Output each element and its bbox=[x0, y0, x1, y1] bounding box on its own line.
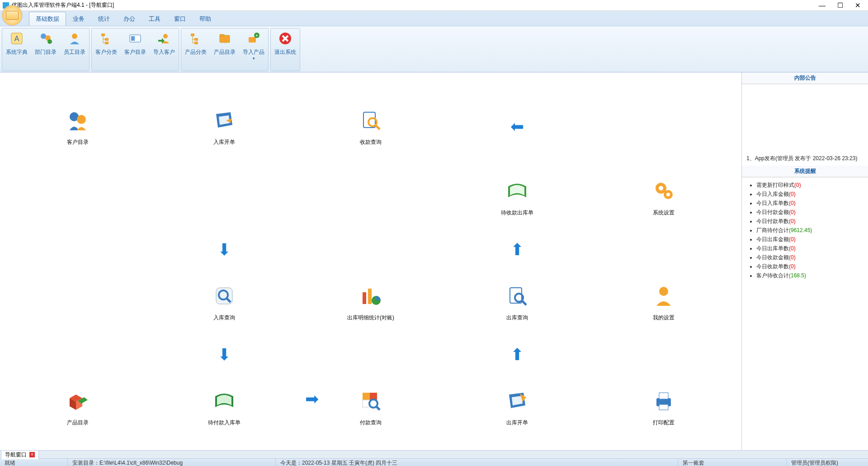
app-menu-button[interactable] bbox=[2, 5, 23, 26]
nav-label: 出库明细统计(对账) bbox=[347, 314, 394, 322]
import-icon: + bbox=[246, 31, 261, 46]
announce-item: 1、App发布(管理员 发布于 2022-03-26 23:23) bbox=[746, 155, 863, 162]
ribbon-group-product: 产品分类 产品目录 +导入产品▾ bbox=[181, 28, 269, 71]
btn-staff-dir[interactable]: 员工目录 bbox=[60, 29, 89, 71]
minimize-button[interactable]: — bbox=[819, 1, 826, 10]
ribbon-group-exit: 退出系统 bbox=[270, 28, 300, 71]
svg-rect-42 bbox=[368, 289, 372, 304]
arrow-down-icon: ⬇ bbox=[217, 345, 231, 364]
arrow-down: ⬇ bbox=[151, 241, 297, 259]
open-book-green-icon bbox=[212, 388, 237, 414]
nav-grid: 客户目录 入库开单 收款查询 ⬅ 待收款出库单 系统设置 ⬇ ⬆ 入库查询 出库… bbox=[0, 81, 741, 452]
import-person-icon bbox=[157, 31, 171, 46]
svg-line-33 bbox=[375, 125, 380, 129]
reminder-item[interactable]: 今日入库金额(0) bbox=[756, 190, 863, 198]
window-title: 优图出入库管理软件客户端4.1 - [导航窗口] bbox=[12, 1, 819, 9]
outbound-icon bbox=[505, 388, 530, 414]
btn-prod-dir[interactable]: 产品目录 bbox=[210, 29, 239, 71]
reminder-header: 系统提醒 bbox=[742, 166, 868, 177]
nav-label: 出库开单 bbox=[506, 419, 528, 427]
tab-office[interactable]: 办公 bbox=[117, 12, 142, 26]
svg-point-4 bbox=[47, 39, 52, 44]
ribbon-body: A系统字典 部门目录 员工目录 客户分类 客户目录 导入客户 产品分类 产品目录… bbox=[0, 26, 868, 72]
reminder-item[interactable]: 需更新打印样式(0) bbox=[756, 181, 863, 189]
reminder-item[interactable]: 客户待收合计(168.5) bbox=[756, 272, 863, 280]
nav-pending-payment[interactable]: 待付款入库单 bbox=[151, 380, 297, 434]
spacer bbox=[5, 275, 151, 329]
reminder-item[interactable]: 今日出库金额(0) bbox=[756, 236, 863, 243]
reminder-item[interactable]: 今日收款单数(0) bbox=[756, 263, 863, 271]
nav-outbound-detail[interactable]: 出库明细统计(对账) bbox=[297, 275, 444, 329]
reminder-item[interactable]: 今日收款金额(0) bbox=[756, 254, 863, 262]
folder-icon bbox=[217, 31, 232, 46]
btn-cust-category[interactable]: 客户分类 bbox=[92, 29, 121, 71]
folder-icon bbox=[6, 11, 19, 20]
tab-tools[interactable]: 工具 bbox=[142, 12, 167, 26]
reminder-item[interactable]: 今日付款金额(0) bbox=[756, 209, 863, 216]
btn-system-dict[interactable]: A系统字典 bbox=[2, 29, 31, 71]
nav-customer-dir[interactable]: 客户目录 bbox=[5, 100, 151, 154]
reminder-item[interactable]: 厂商待付合计(9612.45) bbox=[756, 227, 863, 234]
svg-text:+: + bbox=[255, 33, 258, 38]
ribbon-group-customer: 客户分类 客户目录 导入客户 bbox=[91, 28, 179, 71]
btn-label: 退出系统 bbox=[274, 48, 296, 56]
chart-icon bbox=[358, 283, 383, 309]
status-date: 今天是：2022-05-13 星期五 壬寅年(虎) 四月十三 bbox=[276, 459, 678, 466]
status-user: 管理员(管理员权限) bbox=[787, 459, 868, 466]
search-blocks-icon bbox=[358, 388, 383, 414]
nav-pending-receipt[interactable]: 待收款出库单 bbox=[444, 170, 590, 224]
btn-cust-dir[interactable]: 客户目录 bbox=[121, 29, 150, 71]
svg-rect-48 bbox=[363, 393, 370, 400]
svg-rect-54 bbox=[659, 393, 668, 399]
search-doc-icon bbox=[358, 108, 383, 133]
exit-icon bbox=[278, 31, 292, 46]
spacer bbox=[590, 346, 737, 364]
svg-rect-23 bbox=[249, 37, 256, 43]
svg-rect-7 bbox=[105, 38, 108, 41]
tab-help[interactable]: 帮助 bbox=[193, 12, 218, 26]
nav-system-settings[interactable]: 系统设置 bbox=[590, 170, 737, 224]
reminder-item[interactable]: 今日出库单数(0) bbox=[756, 245, 863, 252]
btn-dept-dir[interactable]: 部门目录 bbox=[31, 29, 60, 71]
reminder-item[interactable]: 今日付款单数(0) bbox=[756, 218, 863, 225]
reminder-item[interactable]: 今日入库单数(0) bbox=[756, 200, 863, 207]
spacer bbox=[297, 346, 444, 364]
magnify-icon bbox=[212, 283, 237, 309]
nav-label: 打印配置 bbox=[653, 419, 675, 427]
btn-import-cust[interactable]: 导入客户 bbox=[150, 29, 179, 71]
svg-rect-15 bbox=[191, 33, 194, 36]
close-button[interactable]: ✕ bbox=[855, 1, 861, 10]
status-account: 第一账套 bbox=[678, 459, 787, 466]
nav-receipt-query[interactable]: 收款查询 bbox=[297, 100, 444, 154]
nav-inbound-query[interactable]: 入库查询 bbox=[151, 275, 297, 329]
announce-header: 内部公告 bbox=[742, 72, 868, 84]
maximize-button[interactable]: ☐ bbox=[837, 1, 843, 10]
right-panel: 内部公告 1、App发布(管理员 发布于 2022-03-26 23:23) 系… bbox=[741, 72, 868, 450]
btn-label: 产品分类 bbox=[185, 48, 207, 56]
tab-basic-data[interactable]: 基础数据 bbox=[29, 12, 66, 26]
svg-rect-8 bbox=[105, 42, 108, 44]
nav-print-config[interactable]: 打印配置 bbox=[590, 380, 737, 434]
nav-inbound-order[interactable]: 入库开单 bbox=[151, 100, 297, 154]
nav-label: 付款查询 bbox=[360, 419, 382, 427]
arrow-up: ⬆ bbox=[444, 241, 590, 259]
btn-exit[interactable]: 退出系统 bbox=[271, 29, 300, 71]
people-icon bbox=[65, 108, 90, 133]
nav-product-dir[interactable]: 产品目录 bbox=[5, 380, 151, 434]
tab-business[interactable]: 业务 bbox=[66, 12, 91, 26]
tab-stats[interactable]: 统计 bbox=[91, 12, 117, 26]
btn-prod-category[interactable]: 产品分类 bbox=[181, 29, 210, 71]
nav-my-settings[interactable]: 我的设置 bbox=[590, 275, 737, 329]
svg-rect-41 bbox=[363, 292, 366, 304]
nav-outbound-query[interactable]: 出库查询 bbox=[444, 275, 590, 329]
box-icon bbox=[65, 388, 90, 414]
tab-window[interactable]: 窗口 bbox=[167, 12, 193, 26]
nav-payment-query[interactable]: 付款查询 ➡ bbox=[297, 380, 444, 434]
nav-label: 系统设置 bbox=[653, 209, 675, 217]
svg-rect-6 bbox=[101, 33, 105, 36]
nav-outbound-order[interactable]: 出库开单 bbox=[444, 380, 590, 434]
category-icon bbox=[189, 31, 203, 46]
nav-label: 待收款出库单 bbox=[501, 209, 533, 217]
close-icon[interactable]: × bbox=[29, 452, 35, 457]
btn-import-prod[interactable]: +导入产品▾ bbox=[239, 29, 268, 71]
